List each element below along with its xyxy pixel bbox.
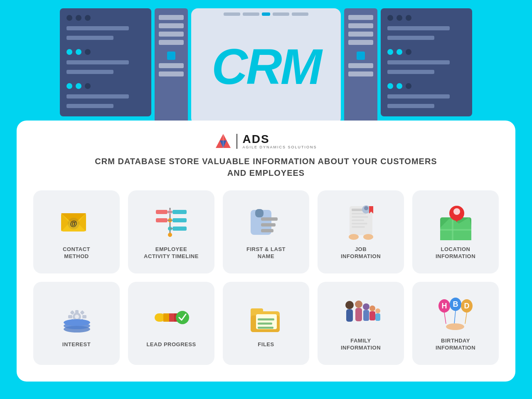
contact-method-icon: @ bbox=[58, 204, 95, 241]
svg-rect-77 bbox=[355, 308, 362, 321]
svg-rect-27 bbox=[261, 223, 276, 227]
svg-rect-28 bbox=[261, 229, 273, 232]
interest-card[interactable]: INTEREST bbox=[33, 282, 120, 365]
svg-text:@: @ bbox=[70, 219, 77, 228]
svg-point-76 bbox=[355, 300, 362, 308]
logo-text: ADS AGILE DYNAMICS SOLUTIONS bbox=[242, 133, 317, 149]
server-rack: CRM bbox=[60, 8, 472, 125]
server-left bbox=[60, 8, 151, 116]
svg-text:H: H bbox=[442, 302, 447, 310]
job-information-card[interactable]: JOBINFORMATION bbox=[318, 190, 404, 273]
svg-point-60 bbox=[64, 319, 90, 326]
server-illustration: CRM bbox=[0, 0, 532, 133]
svg-rect-75 bbox=[346, 309, 353, 322]
first-last-name-icon bbox=[247, 204, 285, 241]
employee-activity-timeline-label: EMPLOYEEACTIVITY TIMELINE bbox=[144, 246, 199, 260]
svg-rect-25 bbox=[255, 209, 264, 217]
svg-point-39 bbox=[349, 234, 359, 240]
files-icon bbox=[247, 299, 285, 336]
employee-activity-timeline-card[interactable]: EMPLOYEEACTIVITY TIMELINE bbox=[128, 190, 214, 273]
svg-rect-34 bbox=[352, 223, 367, 224]
svg-rect-20 bbox=[172, 227, 187, 231]
crm-label: CRM bbox=[212, 38, 320, 95]
main-title: CRM DATABASE STORE VALUABLE INFORMATION … bbox=[33, 155, 499, 179]
employee-activity-timeline-icon bbox=[153, 204, 190, 241]
svg-rect-68 bbox=[251, 308, 263, 314]
svg-point-66 bbox=[176, 311, 189, 324]
location-information-label: LOCATIONINFORMATION bbox=[436, 246, 475, 260]
files-card[interactable]: FILES bbox=[223, 282, 309, 365]
server-main: CRM bbox=[191, 8, 341, 125]
location-information-card[interactable]: LOCATIONINFORMATION bbox=[412, 190, 499, 273]
contact-method-card[interactable]: @ CONTACTMETHOD bbox=[33, 190, 120, 273]
svg-rect-57 bbox=[80, 310, 84, 315]
svg-rect-73 bbox=[258, 327, 273, 329]
svg-rect-79 bbox=[363, 310, 369, 321]
svg-point-49 bbox=[75, 315, 79, 319]
svg-rect-52 bbox=[68, 315, 72, 318]
svg-point-40 bbox=[363, 234, 373, 240]
svg-rect-14 bbox=[156, 210, 167, 214]
svg-rect-72 bbox=[258, 323, 272, 325]
svg-rect-33 bbox=[352, 219, 364, 221]
svg-rect-15 bbox=[156, 218, 167, 222]
first-last-name-label: FIRST & LASTNAME bbox=[246, 246, 286, 260]
svg-rect-71 bbox=[258, 318, 274, 320]
lead-progress-card[interactable]: LEAD PROGRESS bbox=[128, 282, 214, 365]
svg-rect-81 bbox=[369, 311, 375, 320]
svg-point-37 bbox=[364, 206, 368, 210]
svg-text:D: D bbox=[464, 302, 470, 310]
job-information-icon bbox=[342, 204, 379, 241]
items-row-1: @ CONTACTMETHOD bbox=[33, 190, 499, 273]
svg-rect-35 bbox=[352, 226, 365, 228]
birthday-information-icon: H B D bbox=[437, 295, 474, 332]
interest-label: INTEREST bbox=[62, 341, 91, 348]
lead-progress-icon bbox=[153, 299, 190, 336]
birthday-information-card[interactable]: H B D BIRTHDAYINFORMATION bbox=[412, 282, 499, 365]
files-label: FILES bbox=[258, 341, 274, 348]
svg-rect-26 bbox=[261, 217, 278, 221]
svg-point-46 bbox=[453, 208, 460, 215]
svg-point-74 bbox=[345, 301, 354, 309]
birthday-information-label: BIRTHDAYINFORMATION bbox=[436, 337, 475, 352]
logo-subtitle-text: AGILE DYNAMICS SOLUTIONS bbox=[242, 145, 317, 149]
svg-line-86 bbox=[444, 313, 446, 324]
family-information-card[interactable]: FAMILYINFORMATION bbox=[318, 282, 404, 365]
svg-point-93 bbox=[446, 323, 464, 330]
connector-left bbox=[155, 8, 188, 125]
svg-point-78 bbox=[363, 303, 369, 310]
logo-divider bbox=[236, 134, 237, 149]
items-row-2: INTEREST LEAD bbox=[33, 282, 499, 365]
svg-line-89 bbox=[454, 311, 456, 324]
svg-rect-50 bbox=[75, 310, 79, 314]
family-information-label: FAMILYINFORMATION bbox=[341, 337, 381, 352]
family-information-icon bbox=[342, 295, 379, 332]
content-card: ADS AGILE DYNAMICS SOLUTIONS CRM DATABAS… bbox=[17, 121, 515, 382]
items-grid: @ CONTACTMETHOD bbox=[33, 190, 499, 365]
svg-rect-32 bbox=[352, 216, 368, 218]
contact-method-label: CONTACTMETHOD bbox=[63, 246, 90, 260]
svg-rect-53 bbox=[82, 315, 86, 318]
svg-rect-83 bbox=[375, 313, 380, 321]
interest-icon bbox=[58, 299, 95, 336]
svg-point-13 bbox=[168, 233, 172, 237]
connector-right bbox=[344, 8, 377, 125]
svg-text:B: B bbox=[453, 300, 458, 308]
lead-progress-label: LEAD PROGRESS bbox=[146, 341, 196, 348]
svg-rect-31 bbox=[352, 213, 366, 214]
server-right bbox=[381, 8, 472, 116]
svg-rect-19 bbox=[172, 218, 187, 222]
svg-rect-18 bbox=[172, 210, 187, 214]
job-information-label: JOBINFORMATION bbox=[341, 246, 381, 260]
svg-point-80 bbox=[369, 305, 375, 311]
ads-logo-icon bbox=[215, 133, 232, 150]
first-last-name-card[interactable]: FIRST & LASTNAME bbox=[223, 190, 309, 273]
logo-ads-text: ADS bbox=[242, 133, 317, 145]
logo-area: ADS AGILE DYNAMICS SOLUTIONS bbox=[33, 133, 499, 150]
location-information-icon bbox=[437, 204, 474, 241]
svg-point-82 bbox=[375, 308, 380, 313]
svg-line-92 bbox=[465, 313, 467, 324]
